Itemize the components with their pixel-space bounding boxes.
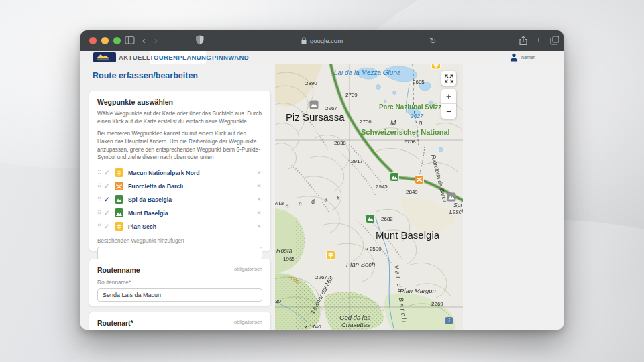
waypoint-row[interactable]: ⠿ ✓ Munt Baselgia × (97, 206, 262, 219)
shield-icon[interactable] (196, 35, 204, 45)
yellow-signpost-marker[interactable] (432, 64, 441, 69)
signpost-waypoint-icon (115, 168, 123, 177)
elevation-label: × 1740 (305, 324, 321, 330)
remove-waypoint-icon[interactable]: × (257, 209, 262, 217)
elevation-label: 30 (275, 298, 281, 304)
elevation-label: 2269 (431, 301, 443, 307)
remove-waypoint-icon[interactable]: × (257, 169, 262, 176)
waypoint-name[interactable]: Munt Baselgia (128, 210, 257, 217)
gray-peak-marker[interactable] (447, 193, 456, 202)
browser-window: ‹ › google.com ↻ + (80, 30, 564, 330)
lake-label: Lai da la Mezza Glüna (334, 69, 401, 76)
elevation-label: 2945 (376, 184, 388, 190)
user-name: Nantan (521, 55, 535, 60)
signpost-waypoint-icon (115, 222, 123, 231)
desktop: { "icons": { "check": "✓", "close": "×",… (0, 0, 644, 362)
map[interactable]: Lai da la Mezza Glüna 2890 2685 2739 296… (275, 64, 463, 330)
terrain-label: God da las (339, 314, 370, 321)
map-info-button[interactable]: i (445, 317, 453, 324)
terrain-label: Spi (453, 202, 462, 208)
close-window-button[interactable] (89, 37, 97, 44)
page-title: Route erfassen/bearbeiten (93, 71, 198, 80)
share-icon[interactable] (519, 36, 527, 46)
elevation-label: 2682 (381, 216, 393, 222)
tab-overview-icon[interactable] (550, 36, 559, 45)
waypoints-heading: Wegpunkte auswählen (97, 98, 262, 106)
elevation-label: 2849 (406, 189, 418, 195)
terrain-label: Plan Sech (346, 261, 375, 268)
zoom-window-button[interactable] (113, 37, 121, 44)
fullscreen-button[interactable] (441, 71, 456, 86)
zoom-out-button[interactable]: − (441, 104, 456, 119)
back-icon[interactable]: ‹ (142, 35, 146, 46)
check-icon[interactable]: ✓ (104, 223, 115, 230)
remove-waypoint-icon[interactable]: × (257, 182, 262, 190)
address-bar[interactable]: google.com (80, 30, 564, 51)
peak-name-label: Piz Sursassa (286, 111, 345, 123)
tab-pinnwand[interactable]: PINNWAND (212, 51, 249, 64)
forward-icon[interactable]: › (154, 35, 158, 46)
add-waypoint-label: Bestehenden Wegpunkt hinzufügen (97, 238, 262, 244)
minimize-window-button[interactable] (101, 37, 109, 44)
drag-handle-icon[interactable]: ⠿ (97, 210, 104, 216)
peak-waypoint-icon (115, 208, 123, 217)
waypoint-row[interactable]: ⠿ ✓ Plan Sech × (97, 220, 262, 233)
waypoints-intro: Wähle Wegpunkte auf der Karte oder über … (97, 110, 262, 126)
waypoint-row[interactable]: ⠿ ✓ Spi da Baselgia × (97, 193, 262, 206)
drag-handle-icon[interactable]: ⠿ (97, 170, 104, 176)
routename-card: obligatorischRoutenname Routenname* (89, 259, 271, 306)
check-icon[interactable]: ✓ (104, 209, 115, 217)
orange-pass-marker[interactable] (415, 176, 424, 184)
remove-waypoint-icon[interactable]: × (257, 223, 262, 230)
waypoints-reorder-hint: Bei mehreren Wegpunkten kannst du mit ei… (97, 130, 262, 162)
terrain-label: Lasci (449, 208, 463, 215)
app-logo[interactable] (93, 52, 116, 62)
reload-icon[interactable]: ↻ (429, 36, 436, 47)
new-tab-icon[interactable]: + (536, 34, 541, 46)
gray-peak-marker[interactable] (310, 101, 319, 109)
drag-handle-icon[interactable]: ⠿ (97, 223, 104, 229)
routename-input[interactable] (97, 288, 262, 302)
yellow-signpost-marker[interactable] (327, 251, 335, 260)
area-letter-label: a (419, 119, 423, 127)
pass-waypoint-icon (115, 182, 123, 190)
elevation-label: 2685 (413, 79, 425, 85)
drag-handle-icon[interactable]: ⠿ (97, 196, 104, 202)
tab-aktuell[interactable]: AKTUELL (119, 51, 150, 64)
waypoint-row[interactable]: ⠿ ✓ Macun Nationalpark Nord × (97, 166, 262, 179)
user-menu[interactable]: Nantan (510, 53, 535, 62)
routename-label: Routenname* (97, 280, 262, 286)
tab-tourenplanung[interactable]: TOURENPLANUNG (150, 51, 206, 64)
expand-icon (444, 74, 454, 84)
user-icon (510, 53, 518, 62)
elevation-label: 2967 (325, 105, 337, 111)
elevation-label: 2706 (360, 119, 372, 125)
remove-waypoint-icon[interactable]: × (257, 196, 262, 203)
waypoint-name[interactable]: Spi da Baselgia (128, 196, 257, 203)
map-canvas[interactable]: Lai da la Mezza Glüna 2890 2685 2739 296… (275, 64, 463, 330)
terrain-label: Chasettas (341, 321, 370, 328)
area-letter-label: M (390, 119, 396, 127)
elevation-label: 2758 (404, 139, 416, 145)
required-note: obligatorisch (234, 319, 262, 325)
park-name-label: Schweizerischer National (361, 128, 450, 136)
peak-waypoint-icon (115, 195, 123, 204)
check-icon[interactable]: ✓ (104, 169, 115, 176)
waypoint-name[interactable]: Plan Sech (128, 223, 257, 230)
green-peak-marker[interactable] (390, 173, 399, 182)
app-navbar: AKTUELL TOURENPLANUNG PINNWAND Nantan (80, 51, 564, 64)
elevation-label: 2739 (345, 92, 358, 98)
check-icon[interactable]: ✓ (104, 182, 115, 190)
waypoint-name[interactable]: Macun Nationalpark Nord (128, 170, 257, 176)
drag-handle-icon[interactable]: ⠿ (97, 183, 104, 189)
green-peak-marker[interactable] (366, 215, 375, 223)
lake-elevation-label: 2627 (410, 113, 423, 119)
sidebar-toggle-icon[interactable] (125, 36, 136, 45)
zoom-in-button[interactable]: + (441, 89, 456, 104)
check-icon-selected[interactable]: ✓ (104, 196, 115, 203)
terrain-label: etta (275, 200, 284, 206)
required-note: obligatorisch (234, 266, 262, 272)
waypoint-row[interactable]: ⠿ ✓ Fuorcletta da Barcli × (97, 180, 262, 192)
waypoint-name[interactable]: Fuorcletta da Barcli (128, 183, 257, 190)
peak-name-label: Munt Baselgia (376, 229, 440, 241)
